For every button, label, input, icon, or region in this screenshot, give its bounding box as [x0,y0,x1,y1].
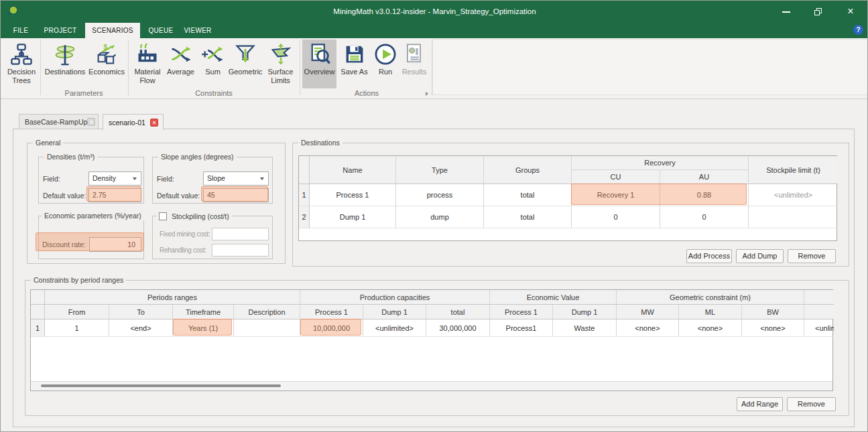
rehandling-cost-input[interactable] [212,244,269,257]
doc-tab-basecase[interactable]: BaseCase-RampUp✕ [19,114,99,129]
col-header-groups: Groups [484,156,572,184]
tab-close-icon[interactable]: ✕ [87,118,95,126]
ribbon-button-label: Geometric [229,68,263,76]
minimize-button[interactable] [773,1,800,23]
row-number-header [299,156,310,184]
doc-tab-scenario01[interactable]: scenario-01✕ [103,114,164,130]
ribbon-group-actions: Actions [326,89,407,97]
close-button[interactable]: × [837,1,864,23]
add-range-button[interactable]: Add Range [737,397,783,411]
col-header-timeframe: Timeframe [173,305,234,319]
title-bar: MiningMath v3.0.12-insider - Marvin_Stra… [1,1,868,23]
cell-cu[interactable]: 0 [572,206,660,228]
ribbon-empty-area [432,39,868,95]
tab-viewer[interactable]: VIEWER [180,23,215,38]
cell-stockpile[interactable] [749,206,838,228]
constraints-table: Periods ranges Production capacities Eco… [30,289,833,391]
ribbon-button-label: Decision Trees [5,68,38,84]
cell-type[interactable]: process [396,184,484,206]
highlight-slope-default [201,186,268,202]
col-header-process1: Process 1 [300,305,363,319]
ribbon-button-average[interactable]: Average [166,40,196,76]
remove-button[interactable]: Remove [787,397,836,411]
ribbon-button-material-flow[interactable]: Material Flow [131,40,164,84]
horizontal-scrollbar[interactable] [31,381,832,390]
row-number: 1 [31,319,45,337]
economics-icon: $ [95,42,119,66]
add-process-button[interactable]: Add Process [686,249,732,263]
cell-ev-dump1[interactable]: Waste [553,319,617,337]
col-header-au: AU [660,170,748,184]
ribbon-button-economics[interactable]: $ Economics [88,40,125,76]
sum-icon [201,42,225,66]
ribbon-button-results[interactable]: Results [399,40,429,76]
restore-button[interactable] [805,1,832,23]
add-dump-button[interactable]: Add Dump [736,249,784,263]
cell-overflow[interactable]: <unlimited> [804,319,834,337]
tab-scenarios[interactable]: SCENARIOS [85,23,140,38]
ribbon-button-label: Economics [88,68,125,76]
scrollbar-thumb[interactable] [41,384,281,387]
remove-button[interactable]: Remove [788,249,836,263]
help-icon[interactable]: ? [853,25,863,35]
cell-name[interactable]: Process 1 [310,184,396,206]
group-header-blank [804,290,834,305]
ribbon-button-label: Overview [304,68,335,76]
col-header-type: Type [396,156,484,184]
cell-au[interactable]: 0 [660,206,749,228]
tab-project[interactable]: PROJECT [41,23,80,38]
col-header-from: From [45,305,109,319]
ribbon-separator [432,40,432,95]
col-header-to: To [109,305,173,319]
ribbon-button-decision-trees[interactable]: Decision Trees [5,40,38,84]
ribbon-button-save-as[interactable]: Save As [338,40,370,76]
col-header-stockpile: Stockpile limit (t) [749,156,838,184]
fixed-mining-cost-input[interactable] [212,228,269,240]
ribbon-button-label: Save As [340,68,367,76]
density-field-select[interactable]: Density [88,171,141,186]
cell-ml[interactable]: <none> [679,319,742,337]
constraints-group-title: Constraints by period ranges [31,276,126,285]
col-header-blank [804,305,834,319]
table-row[interactable]: 2 Dump 1 dump total 0 0 [299,206,836,228]
ribbon-button-surface-limits[interactable]: Surface Limits [265,40,296,84]
col-header-cu: CU [572,170,660,184]
stockpiling-checkbox[interactable] [159,212,167,220]
group-header-periods: Periods ranges [45,290,300,305]
group-expand-icon[interactable] [426,92,428,96]
tab-close-icon[interactable]: ✕ [150,119,158,127]
col-header-name: Name [310,156,396,184]
cell-groups[interactable]: total [484,206,572,228]
ribbon-button-label: Material Flow [131,68,164,84]
cell-groups[interactable]: total [484,184,572,206]
ribbon-button-label: Results [402,68,427,76]
cell-name[interactable]: Dump 1 [310,206,396,228]
ribbon-button-run[interactable]: Run [373,40,397,76]
ribbon-button-geometric[interactable]: Geometric [228,40,263,76]
cell-bw[interactable]: <none> [742,319,804,337]
table-row[interactable]: 1 1 <end> Years (1) 10,000,000 <unlimite… [31,319,832,337]
cell-stockpile[interactable]: <unlimited> [749,184,838,206]
cell-ev-process1[interactable]: Process1 [490,319,553,337]
cell-description[interactable] [234,319,300,337]
cell-total[interactable]: 30,000,000 [426,319,490,337]
ribbon-button-destinations[interactable]: Destinations [43,40,87,76]
tab-file[interactable]: FILE [7,23,34,38]
cell-dump1[interactable]: <unlimited> [363,319,426,337]
cell-to[interactable]: <end> [109,319,173,337]
table-row[interactable]: 1 Process 1 process total Recovery 1 0.8… [299,184,836,206]
doc-tab-label: scenario-01 [109,119,145,127]
row-number: 2 [299,206,310,228]
tab-queue[interactable]: QUEUE [144,23,178,38]
ribbon-button-overview[interactable]: Overview [302,40,336,88]
stockpiling-group: Stockpiling (cost/t) Fixed mining cost: … [152,216,273,259]
highlight-capacity-cell [300,319,361,336]
ribbon-button-sum[interactable]: Sum [200,40,226,76]
densities-group-title: Densities (t/m³) [44,153,97,161]
cell-mw[interactable]: <none> [617,319,679,337]
cell-type[interactable]: dump [396,206,484,228]
slope-field-select[interactable]: Slope [203,171,269,186]
col-header-bw: BW [742,305,804,319]
cell-from[interactable]: 1 [45,319,109,337]
highlight-recovery-cells [571,184,747,205]
